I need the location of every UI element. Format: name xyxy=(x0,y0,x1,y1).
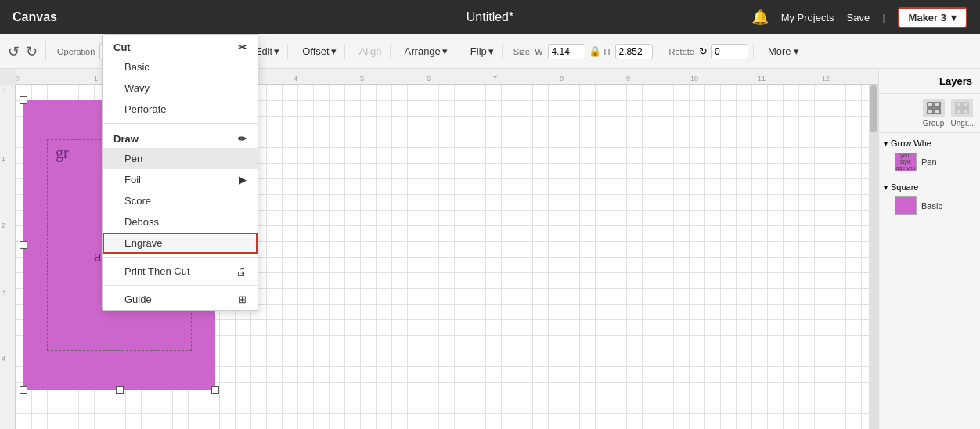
my-projects-link[interactable]: My Projects xyxy=(781,12,834,23)
layer-item-pen[interactable]: yourstyleage you Pen xyxy=(879,150,980,174)
ruler-v-3: 3 xyxy=(2,288,5,296)
cut-section-header: Cut ✂ xyxy=(103,35,258,56)
layers-panel-header: Layers xyxy=(879,69,980,94)
align-button[interactable]: Align xyxy=(356,44,385,59)
handle-bm[interactable] xyxy=(116,386,124,394)
layer-group-1: ▾ Grow Whe yourstyleage you Pen xyxy=(879,133,980,177)
edit-chevron-icon: ▾ xyxy=(274,45,279,57)
ruler-h-7: 7 xyxy=(493,74,497,82)
svg-rect-4 xyxy=(956,103,961,107)
more-button[interactable]: More ▾ xyxy=(765,44,802,59)
draw-score-item[interactable]: Score xyxy=(103,190,258,211)
layer-thumb-basic xyxy=(895,196,917,215)
cut-wavy-item[interactable]: Wavy xyxy=(103,78,258,99)
cut-perforate-item[interactable]: Perforate xyxy=(103,99,258,120)
foil-submenu-arrow: ▶ xyxy=(239,174,247,186)
layer-group-2-name: Square xyxy=(891,182,918,192)
dropdown-divider-2 xyxy=(103,257,258,258)
handle-bl[interactable] xyxy=(20,386,27,394)
maker-label: Maker 3 xyxy=(909,12,946,23)
draw-foil-label: Foil xyxy=(124,174,141,186)
ruler-h-6: 6 xyxy=(427,74,431,82)
svg-rect-0 xyxy=(928,103,933,107)
layers-toolbar: Group Ungr... xyxy=(879,94,980,133)
arrange-button[interactable]: Arrange ▾ xyxy=(402,44,451,59)
ruler-h-1: 1 xyxy=(94,74,98,82)
app-logo: Canvas xyxy=(13,10,57,24)
cut-wavy-label: Wavy xyxy=(124,82,150,94)
group-label: Group xyxy=(923,119,945,128)
cut-basic-item[interactable]: Basic xyxy=(103,56,258,78)
operation-dropdown: Cut ✂ Basic Wavy Perforate Draw ✏ Pen Fo… xyxy=(102,34,258,311)
offset-button[interactable]: Offset ▾ xyxy=(299,44,339,59)
canvas-text-prefix: gr xyxy=(56,144,69,162)
notifications-icon[interactable]: 🔔 xyxy=(751,9,769,26)
lock-icon: 🔒 xyxy=(589,45,601,57)
group-icon xyxy=(923,99,945,117)
top-bar-right: 🔔 My Projects Save | Maker 3 ▾ xyxy=(751,7,967,28)
ungroup-label: Ungr... xyxy=(951,119,974,128)
more-section: More ▾ xyxy=(760,44,807,59)
layer-item-pen-label: Pen xyxy=(921,157,937,167)
dropdown-divider-3 xyxy=(103,285,258,286)
cut-label: Cut xyxy=(113,41,131,53)
dropdown-divider-1 xyxy=(103,123,258,124)
size-h-label: H xyxy=(604,47,611,56)
group-button[interactable]: Group xyxy=(923,99,945,128)
svg-rect-2 xyxy=(928,109,933,114)
offset-chevron-icon: ▾ xyxy=(331,45,337,57)
ruler-h-8: 8 xyxy=(560,74,564,82)
draw-pen-label: Pen xyxy=(124,153,142,164)
layers-title: Layers xyxy=(939,75,972,87)
ruler-h-12: 12 xyxy=(822,74,830,82)
guide-label: Guide xyxy=(124,294,152,305)
layer-item-basic[interactable]: Basic xyxy=(879,194,980,218)
layer-item-basic-label: Basic xyxy=(921,201,942,211)
svg-rect-6 xyxy=(956,109,961,114)
draw-engrave-item[interactable]: Engrave xyxy=(103,233,258,254)
ungroup-button[interactable]: Ungr... xyxy=(951,99,974,128)
maker-button[interactable]: Maker 3 ▾ xyxy=(898,7,967,28)
size-label: Size xyxy=(513,47,530,56)
undo-button[interactable]: ↺ xyxy=(6,41,21,62)
rotate-input[interactable] xyxy=(711,44,748,59)
rotate-section: Rotate ↻ xyxy=(665,44,754,59)
size-h-input[interactable] xyxy=(615,44,653,59)
ruler-h-4: 4 xyxy=(294,74,297,82)
size-w-label: W xyxy=(535,47,542,56)
handle-br[interactable] xyxy=(211,386,219,394)
scrollbar-vertical[interactable] xyxy=(869,85,878,429)
save-button[interactable]: Save xyxy=(847,12,870,23)
guide-icon: ⊞ xyxy=(238,294,247,305)
redo-button[interactable]: ↻ xyxy=(24,41,39,62)
offset-section: Offset ▾ xyxy=(294,44,344,59)
draw-deboss-item[interactable]: Deboss xyxy=(103,211,258,233)
maker-chevron-icon: ▾ xyxy=(951,12,957,23)
layer-group-2-chevron: ▾ xyxy=(884,183,888,192)
ruler-h-11: 11 xyxy=(758,74,766,82)
guide-item[interactable]: Guide ⊞ xyxy=(103,289,258,310)
handle-ml[interactable] xyxy=(20,241,27,249)
svg-rect-1 xyxy=(935,103,940,107)
align-section: Align xyxy=(351,44,391,59)
flip-chevron-icon: ▾ xyxy=(488,45,494,57)
ungroup-icon xyxy=(951,99,973,117)
ruler-h-5: 5 xyxy=(360,74,364,82)
flip-button[interactable]: Flip ▾ xyxy=(467,44,497,59)
draw-foil-item[interactable]: Foil ▶ xyxy=(103,169,258,190)
rotate-label: Rotate xyxy=(669,47,694,56)
print-then-cut-item[interactable]: Print Then Cut 🖨 xyxy=(103,261,258,282)
ruler-h-9: 9 xyxy=(626,74,630,82)
cut-perforate-label: Perforate xyxy=(124,103,166,115)
layer-group-1-chevron: ▾ xyxy=(884,139,888,148)
size-w-input[interactable] xyxy=(548,44,585,59)
rotate-icon: ↻ xyxy=(699,45,708,57)
layer-group-1-header[interactable]: ▾ Grow Whe xyxy=(879,136,980,150)
layer-group-2-header[interactable]: ▾ Square xyxy=(879,180,980,194)
ruler-v-1: 1 xyxy=(2,155,5,163)
scrollbar-thumb[interactable] xyxy=(870,85,877,132)
print-icon: 🖨 xyxy=(236,265,247,277)
draw-pen-item[interactable]: Pen xyxy=(103,148,258,169)
handle-tl[interactable] xyxy=(20,96,27,104)
flip-section: Flip ▾ xyxy=(463,44,503,59)
